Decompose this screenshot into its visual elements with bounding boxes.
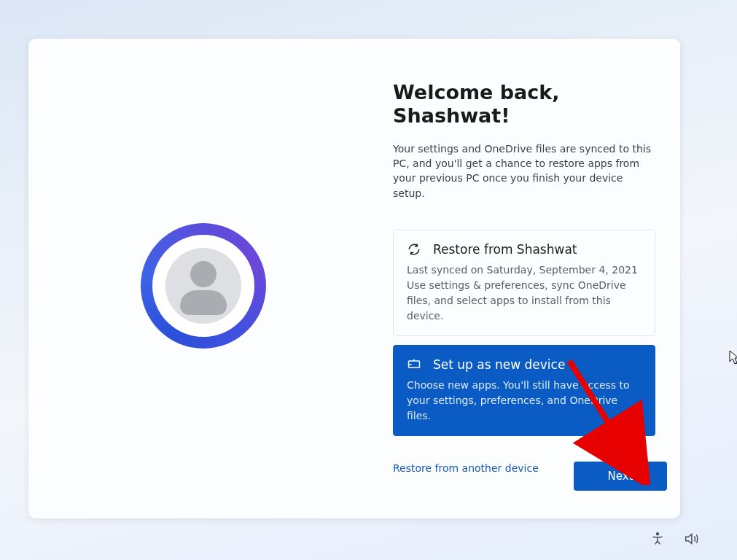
avatar-ring (141, 223, 266, 349)
option-restore-description: Last synced on Saturday, September 4, 20… (407, 262, 642, 324)
system-tray (650, 531, 699, 550)
device-icon (407, 357, 421, 372)
setup-panel: Welcome back, Shashwat! Your settings an… (28, 39, 680, 518)
option-new-device-title: Set up as new device (433, 357, 565, 372)
option-new-device[interactable]: Set up as new device Choose new apps. Yo… (393, 345, 655, 436)
page-subtitle: Your settings and OneDrive files are syn… (393, 141, 655, 201)
restore-other-device-link[interactable]: Restore from another device (393, 462, 539, 474)
accessibility-icon[interactable] (650, 531, 666, 550)
page-title: Welcome back, Shashwat! (393, 81, 655, 128)
avatar-white-circle (152, 235, 254, 337)
next-button[interactable]: Next (574, 462, 667, 491)
sync-icon (407, 242, 421, 257)
avatar-column (28, 39, 378, 518)
mouse-cursor-icon (729, 350, 737, 365)
avatar-placeholder-icon (165, 248, 241, 324)
option-restore-title: Restore from Shashwat (433, 242, 577, 257)
content-column: Welcome back, Shashwat! Your settings an… (393, 81, 655, 475)
option-restore-from-device[interactable]: Restore from Shashwat Last synced on Sat… (393, 230, 655, 336)
svg-point-3 (657, 533, 659, 535)
option-new-device-description: Choose new apps. You'll still have acces… (407, 378, 642, 424)
volume-icon[interactable] (683, 531, 699, 550)
setup-options: Restore from Shashwat Last synced on Sat… (393, 230, 655, 436)
